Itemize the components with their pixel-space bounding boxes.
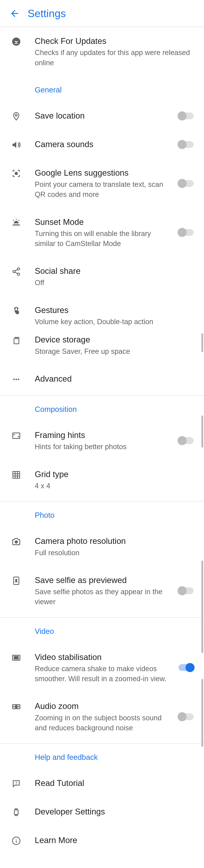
svg-point-33 — [16, 839, 16, 840]
switch-audio-zoom[interactable] — [177, 712, 195, 721]
row-subtitle: Zooming in on the subject boosts sound a… — [35, 713, 174, 733]
video-stab-icon — [10, 652, 22, 663]
volume-icon — [10, 139, 22, 151]
row-title: Developer Settings — [35, 806, 195, 817]
row-subtitle: Turning this on will enable the library … — [35, 229, 174, 249]
lens-icon — [10, 168, 22, 179]
row-title: Audio zoom — [35, 701, 174, 712]
svg-point-23 — [15, 579, 17, 581]
switch-google-lens[interactable] — [177, 179, 195, 188]
row-title: Google Lens suggestions — [35, 167, 174, 178]
svg-point-4 — [18, 268, 20, 270]
row-subtitle: Point your camera to translate text, sca… — [35, 180, 174, 199]
row-camera-sounds[interactable]: Camera sounds — [0, 130, 204, 159]
download-circle-icon — [10, 36, 22, 47]
row-title: Advanced — [35, 373, 195, 384]
row-title: Social share — [35, 265, 195, 277]
svg-point-2 — [15, 114, 17, 116]
row-subtitle: Checks if any updates for this app were … — [35, 48, 195, 68]
row-subtitle: 4 x 4 — [35, 481, 195, 491]
section-photo: Photo — [0, 501, 204, 527]
row-title: Check For Updates — [35, 35, 195, 46]
switch-sunset-mode[interactable] — [177, 228, 195, 237]
scroll-indicator[interactable] — [201, 679, 203, 747]
svg-point-3 — [15, 172, 18, 175]
row-advanced[interactable]: Advanced — [0, 365, 204, 393]
row-title: Framing hints — [35, 430, 174, 441]
row-subtitle: Storage Saver, Free up space — [35, 346, 195, 356]
row-title: Save selfie as previewed — [35, 575, 174, 586]
row-learn-more[interactable]: Learn More — [0, 826, 204, 850]
feedback-icon — [10, 778, 22, 789]
scroll-indicator[interactable] — [201, 560, 203, 653]
selfie-icon — [10, 575, 22, 586]
row-title: Read Tutorial — [35, 777, 195, 788]
svg-rect-30 — [14, 810, 18, 814]
row-title: Learn More — [35, 835, 195, 846]
row-title: Sunset Mode — [35, 216, 174, 227]
row-title: Grid type — [35, 469, 195, 480]
row-sunset-mode[interactable]: Sunset Mode Turning this on will enable … — [0, 208, 204, 257]
svg-point-0 — [12, 37, 20, 45]
row-google-lens[interactable]: Google Lens suggestions Point your camer… — [0, 159, 204, 208]
switch-camera-sounds[interactable] — [177, 140, 195, 149]
row-subtitle: Hints for taking better photos — [35, 442, 174, 452]
section-video: Video — [0, 618, 204, 643]
row-photo-resolution[interactable]: Camera photo resolution Full resolution — [0, 527, 204, 566]
svg-rect-15 — [13, 433, 20, 438]
row-audio-zoom[interactable]: Audio zoom Zooming in on the subject boo… — [0, 692, 204, 741]
row-video-stabilisation[interactable]: Video stabilisation Reduce camera shake … — [0, 643, 204, 692]
back-icon[interactable] — [9, 8, 20, 19]
svg-point-29 — [16, 784, 16, 785]
row-developer-settings[interactable]: Developer Settings — [0, 798, 204, 826]
svg-point-21 — [15, 541, 18, 543]
row-device-storage[interactable]: Device storage Storage Saver, Free up sp… — [0, 335, 204, 365]
row-title: Video stabilisation — [35, 651, 174, 663]
scroll-indicator[interactable] — [201, 415, 203, 447]
location-pin-icon — [10, 111, 22, 122]
row-subtitle: Save selfie photos as they appear in the… — [35, 587, 174, 607]
svg-point-6 — [18, 273, 20, 275]
section-general: General — [0, 76, 204, 102]
svg-line-8 — [15, 272, 18, 274]
row-check-updates[interactable]: Check For Updates Checks if any updates … — [0, 27, 204, 76]
row-subtitle: Volume key action, Double-tap action — [35, 317, 195, 327]
svg-point-12 — [13, 379, 15, 380]
switch-video-stabilisation[interactable] — [177, 663, 195, 672]
row-subtitle: Off — [35, 278, 195, 288]
svg-point-5 — [13, 271, 15, 273]
audio-zoom-icon — [10, 701, 22, 712]
svg-rect-16 — [13, 471, 20, 478]
row-title: Device storage — [35, 334, 195, 345]
row-read-tutorial[interactable]: Read Tutorial — [0, 769, 204, 798]
camera-icon — [10, 536, 22, 547]
svg-point-13 — [15, 379, 17, 380]
page-title: Settings — [28, 7, 66, 20]
row-title: Camera photo resolution — [35, 535, 195, 547]
svg-point-27 — [15, 706, 18, 708]
header: Settings — [0, 0, 204, 27]
svg-rect-1 — [14, 43, 18, 44]
row-subtitle: Reduce camera shake to make videos smoot… — [35, 664, 174, 684]
switch-framing-hints[interactable] — [177, 436, 195, 445]
section-composition: Composition — [0, 396, 204, 421]
share-icon — [10, 266, 22, 277]
switch-save-location[interactable] — [177, 111, 195, 121]
row-subtitle: Full resolution — [35, 548, 195, 558]
svg-line-7 — [15, 270, 18, 271]
frame-icon — [10, 430, 22, 441]
row-grid-type[interactable]: Grid type 4 x 4 — [0, 460, 204, 499]
row-gestures[interactable]: Gestures Volume key action, Double-tap a… — [0, 296, 204, 335]
row-social-share[interactable]: Social share Off — [0, 257, 204, 296]
info-icon — [10, 835, 22, 846]
touch-icon — [10, 305, 22, 316]
scroll-indicator[interactable] — [201, 333, 203, 352]
row-framing-hints[interactable]: Framing hints Hints for taking better ph… — [0, 421, 204, 460]
svg-rect-25 — [14, 656, 18, 659]
section-help: Help and feedback — [0, 744, 204, 769]
row-title: Save location — [35, 110, 174, 121]
svg-point-14 — [18, 379, 19, 380]
switch-save-selfie[interactable] — [177, 586, 195, 595]
row-save-selfie[interactable]: Save selfie as previewed Save selfie pho… — [0, 566, 204, 615]
row-save-location[interactable]: Save location — [0, 102, 204, 130]
